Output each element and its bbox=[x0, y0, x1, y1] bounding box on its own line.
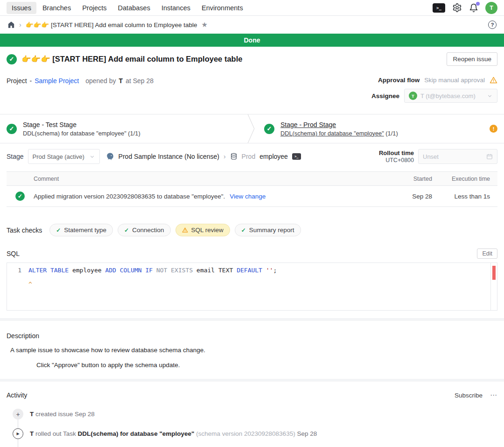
stage-prod-cell[interactable]: ✓ Stage - Prod Stage DDL(schema) for dat… bbox=[252, 114, 504, 143]
task-checks-label: Task checks bbox=[7, 227, 42, 234]
sql-keyword: ADD COLUMN IF bbox=[105, 267, 153, 274]
check-badge-connection[interactable]: ✓ Connection bbox=[118, 224, 170, 236]
chevron-down-icon bbox=[487, 93, 493, 99]
activity-task: DDL(schema) for database "employee" bbox=[78, 430, 195, 437]
description-line-1: A sample issue to showcase how to review… bbox=[7, 347, 497, 354]
chevron-down-icon bbox=[89, 154, 95, 160]
notification-dot bbox=[476, 2, 480, 6]
row-comment: Applied migration version 20230928083635… bbox=[34, 193, 225, 200]
sql-space bbox=[153, 267, 156, 274]
row-check-icon: ✓ bbox=[15, 192, 25, 201]
stage-test-count: (1/1) bbox=[128, 130, 140, 137]
opened-by-user: T bbox=[119, 77, 123, 85]
activity-label: Activity bbox=[7, 391, 27, 399]
editor-error-marker bbox=[492, 266, 496, 280]
check-badge-sql-review[interactable]: SQL review bbox=[175, 224, 230, 236]
nav-item-issues[interactable]: Issues bbox=[7, 2, 36, 14]
breadcrumb-title: 👉👉👉 [START HERE] Add email column to Emp… bbox=[26, 21, 197, 28]
sql-keyword: ALTER TABLE bbox=[28, 267, 69, 274]
more-options-icon[interactable]: ⋯ bbox=[490, 391, 497, 399]
section-divider bbox=[0, 318, 504, 321]
badge-label: Summary report bbox=[249, 227, 294, 234]
bell-icon[interactable] bbox=[469, 3, 478, 13]
sql-editor-icon[interactable]: >_ bbox=[433, 3, 445, 13]
rollout-time-value: Unset bbox=[423, 153, 483, 160]
calendar-icon bbox=[486, 153, 493, 160]
nav-item-projects[interactable]: Projects bbox=[77, 2, 112, 14]
sql-editor[interactable]: 1 ALTER TABLE employee ADD COLUMN IF NOT… bbox=[7, 263, 497, 311]
database-link[interactable]: employee bbox=[259, 153, 288, 160]
stage-select-label: Stage bbox=[7, 153, 24, 160]
user-avatar[interactable]: T bbox=[485, 2, 497, 14]
nav-item-databases[interactable]: Databases bbox=[113, 2, 155, 14]
stage-test-task: DDL(schema) for database "employee" bbox=[23, 130, 126, 137]
activity-version: (schema version 20230928083635) bbox=[196, 430, 295, 437]
check-badge-summary-report[interactable]: ✓ Summary report bbox=[235, 224, 301, 236]
subscribe-button[interactable]: Subscribe bbox=[455, 392, 483, 399]
badge-label: Statement type bbox=[64, 227, 106, 234]
nav-item-environments[interactable]: Environments bbox=[196, 2, 248, 14]
play-icon: ▶ bbox=[13, 428, 23, 439]
description-line-2: Click "Approve" button to apply the sche… bbox=[7, 362, 497, 369]
rollout-time-input[interactable]: Unset bbox=[418, 149, 497, 164]
check-icon: ✓ bbox=[56, 227, 61, 234]
sql-keyword: DEFAULT bbox=[237, 267, 262, 274]
chevron-right-icon: › bbox=[224, 153, 226, 160]
opened-by-prefix: opened by bbox=[85, 77, 116, 85]
sql-warning-caret: ^ bbox=[28, 281, 490, 288]
issue-title: 👉👉👉 [START HERE] Add email column to Emp… bbox=[21, 55, 442, 64]
stage-divider-chevron bbox=[247, 114, 257, 143]
activity-timeline: + T created issue Sep 28 ▶ T rolled out … bbox=[7, 409, 497, 447]
stage-prod-name[interactable]: Stage - Prod Stage bbox=[280, 121, 398, 128]
stages-strip: ✓ Stage - Test Stage DDL(schema) for dat… bbox=[0, 114, 504, 143]
assignee-avatar: T bbox=[409, 92, 417, 100]
view-change-link[interactable]: View change bbox=[230, 193, 266, 200]
help-icon[interactable]: ? bbox=[488, 21, 497, 29]
stage-prod-task[interactable]: DDL(schema) for database "employee" bbox=[280, 130, 384, 137]
table-row: ✓ Applied migration version 202309280836… bbox=[7, 186, 497, 206]
stage-test-cell[interactable]: ✓ Stage - Test Stage DDL(schema) for dat… bbox=[0, 114, 252, 143]
environment-label: Prod bbox=[242, 153, 256, 160]
opened-at: at Sep 28 bbox=[126, 77, 154, 85]
reopen-issue-button[interactable]: Reopen issue bbox=[447, 52, 497, 66]
stage-alert-icon[interactable]: ! bbox=[490, 125, 497, 133]
activity-actor: T bbox=[30, 430, 34, 437]
stage-select-value: Prod Stage (active) bbox=[33, 153, 86, 160]
check-badge-statement-type[interactable]: ✓ Statement type bbox=[49, 224, 113, 236]
stage-prod-count: (1/1) bbox=[385, 130, 398, 137]
sql-section-label: SQL bbox=[7, 250, 20, 257]
nav-tabs: Issues Branches Projects Databases Insta… bbox=[7, 2, 248, 14]
database-icon bbox=[230, 153, 238, 160]
section-divider bbox=[0, 379, 504, 382]
assignee-value: T (t@bytebase.com) bbox=[420, 92, 483, 99]
task-run-table: Comment Started Execution time ✓ Applied… bbox=[7, 171, 497, 207]
nav-item-instances[interactable]: Instances bbox=[156, 2, 196, 14]
activity-action: rolled out Task bbox=[35, 430, 76, 437]
rollout-time-label: Rollout time bbox=[379, 149, 414, 156]
activity-date: Sep 28 bbox=[297, 430, 317, 437]
nav-item-branches[interactable]: Branches bbox=[37, 2, 76, 14]
edit-sql-button[interactable]: Edit bbox=[477, 248, 497, 259]
status-banner: Done bbox=[0, 34, 504, 47]
sql-space bbox=[262, 267, 266, 274]
activity-item-created: + T created issue Sep 28 bbox=[7, 409, 497, 419]
sql-string: '' bbox=[266, 267, 273, 274]
open-sql-editor-icon[interactable]: >_ bbox=[292, 153, 301, 160]
project-dash: - bbox=[30, 77, 32, 85]
instance-link[interactable]: Prod Sample Instance (No license) bbox=[119, 153, 219, 160]
project-link[interactable]: Sample Project bbox=[35, 77, 79, 85]
sql-punctuation: ; bbox=[273, 267, 277, 274]
warning-triangle-icon bbox=[490, 76, 497, 84]
gear-icon[interactable] bbox=[452, 3, 462, 13]
assignee-label: Assignee bbox=[371, 92, 399, 99]
stage-test-name: Stage - Test Stage bbox=[23, 121, 140, 128]
star-icon[interactable]: ★ bbox=[202, 21, 208, 29]
assignee-select[interactable]: T T (t@bytebase.com) bbox=[404, 89, 497, 103]
stage-select[interactable]: Prod Stage (active) bbox=[28, 149, 100, 164]
description-label: Description bbox=[7, 332, 497, 340]
sql-identifier: email TEXT bbox=[193, 267, 237, 274]
line-number: 1 bbox=[7, 263, 28, 310]
breadcrumb: › 👉👉👉 [START HERE] Add email column to E… bbox=[0, 16, 504, 34]
issue-status-check-icon: ✓ bbox=[7, 54, 17, 64]
home-icon[interactable] bbox=[7, 21, 15, 28]
